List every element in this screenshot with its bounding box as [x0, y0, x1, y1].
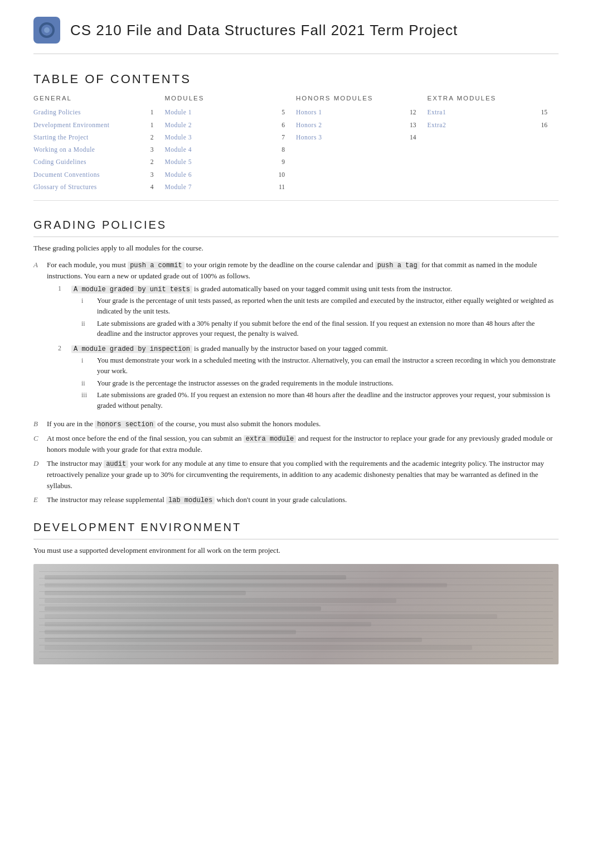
toc-link-mod1[interactable]: Module 1 [165, 108, 192, 117]
subsublist-item-2iii: iii Late submissions are graded 0%. If y… [81, 390, 559, 411]
toc-num-mod2: 6 [282, 120, 296, 130]
toc-grid: General Grading Policies 1 Development E… [33, 94, 559, 195]
sublist-A: 1 A module graded by unit tests is grade… [58, 283, 559, 413]
toc-item: Extra2 16 [428, 120, 559, 130]
content-D: The instructor may audit your work for a… [47, 458, 559, 491]
label-C: C [33, 433, 42, 455]
toc-num-extra2: 16 [541, 120, 559, 130]
text-E-1: The instructor may release supplemental [47, 495, 166, 504]
toc-item: Working on a Module 3 [33, 145, 165, 155]
text-A-2: to your origin remote by the deadline on… [186, 261, 375, 269]
toc-num-mod6: 10 [279, 170, 297, 180]
toc-link-docconv[interactable]: Document Conventions [33, 170, 100, 180]
toc-item: Module 3 7 [165, 133, 297, 142]
toc-link-extra1[interactable]: Extra1 [428, 108, 447, 117]
toc-link-mod2[interactable]: Module 2 [165, 120, 192, 130]
page-title: CS 210 File and Data Structures Fall 202… [70, 20, 458, 41]
subsublist-label-ii: ii [81, 319, 93, 340]
text-B-2: of the course, you must also submit the … [157, 419, 321, 428]
toc-link-hon1[interactable]: Honors 1 [296, 108, 322, 117]
devenv-line-4 [45, 599, 396, 603]
toc-link-starting[interactable]: Starting the Project [33, 133, 89, 142]
highlight-audit: audit [104, 460, 128, 468]
content-B: If you are in the honors section of the … [47, 418, 559, 430]
toc-link-devenv[interactable]: Development Environment [33, 120, 109, 130]
devenv-line-5 [45, 606, 321, 611]
grading-item-D: D The instructor may audit your work for… [33, 458, 559, 491]
toc-link-mod3[interactable]: Module 3 [165, 133, 192, 142]
text-A-1: For each module, you must [47, 261, 128, 269]
toc-link-hon2[interactable]: Honors 2 [296, 120, 322, 130]
sublist-item-2: 2 A module graded by inspection is grade… [58, 343, 559, 413]
toc-link-coding[interactable]: Coding Guidelines [33, 157, 86, 167]
subsublist-1: i Your grade is the percentage of unit t… [81, 296, 559, 339]
toc-link-mod7[interactable]: Module 7 [165, 182, 192, 192]
label-D: D [33, 458, 42, 491]
devenv-image [33, 564, 559, 664]
devenv-section: Development Environment You must use a s… [33, 519, 559, 664]
content-A: For each module, you must push a commit … [47, 259, 559, 415]
toc-item: Development Environment 1 [33, 120, 165, 130]
toc-link-glossary[interactable]: Glossary of Structures [33, 182, 97, 192]
devenv-line-3 [45, 591, 246, 595]
toc-link-extra2[interactable]: Extra2 [428, 120, 447, 130]
toc-item: Honors 2 13 [296, 120, 428, 130]
devenv-line-10 [45, 645, 472, 650]
text-B-1: If you are in the [47, 419, 95, 428]
toc-link-mod5[interactable]: Module 5 [165, 157, 192, 167]
devenv-line-6 [45, 614, 497, 619]
subsublist-content-i: Your grade is the percentage of unit tes… [97, 296, 559, 317]
toc-section: TABLE OF CONTENTS General Grading Polici… [33, 70, 559, 201]
grading-item-C: C At most once before the end of the fin… [33, 433, 559, 455]
toc-item: Starting the Project 2 [33, 133, 165, 142]
toc-col-head-modules: Modules [165, 94, 297, 103]
devenv-line-8 [45, 630, 296, 634]
subcontent-2: A module graded by inspection is graded … [71, 343, 559, 413]
subsublist-item-ii: ii Late submissions are graded with a 30… [81, 319, 559, 340]
grading-intro: These grading policies apply to all modu… [33, 243, 559, 254]
toc-col-head-extra: Extra Modules [428, 94, 559, 103]
grading-item-E: E The instructor may release supplementa… [33, 494, 559, 505]
subsublist-label-i: i [81, 296, 93, 317]
toc-num-coding: 2 [151, 157, 165, 167]
subsublist-item-i: i Your grade is the percentage of unit t… [81, 296, 559, 317]
toc-num-mod1: 5 [282, 108, 296, 117]
text-sub2: is graded manually by the instructor bas… [194, 344, 388, 353]
toc-item: Module 6 10 [165, 170, 297, 180]
toc-num-mod4: 8 [282, 145, 296, 155]
devenv-line-1 [45, 575, 346, 580]
content-E: The instructor may release supplemental … [47, 494, 559, 505]
toc-num-hon1: 12 [410, 108, 428, 117]
grading-section: Grading Policies These grading policies … [33, 216, 559, 505]
devenv-line-2 [45, 583, 447, 587]
toc-col-general: General Grading Policies 1 Development E… [33, 94, 165, 195]
toc-num-extra1: 15 [541, 108, 559, 117]
toc-link-mod6[interactable]: Module 6 [165, 170, 192, 180]
sublabel-2: 2 [58, 343, 67, 413]
toc-link-hon3[interactable]: Honors 3 [296, 133, 322, 142]
toc-num-hon2: 13 [410, 120, 428, 130]
toc-link-grading[interactable]: Grading Policies [33, 108, 81, 117]
subsublist-content-2iii: Late submissions are graded 0%. If you r… [97, 390, 559, 411]
subsublist-item-2i: i You must demonstrate your work in a sc… [81, 355, 559, 377]
text-C-1: At most once before the end of the final… [47, 434, 244, 442]
toc-col-head-honors: Honors Modules [296, 94, 428, 103]
toc-num-mod7: 11 [279, 182, 296, 192]
toc-item: Coding Guidelines 2 [33, 157, 165, 167]
grading-item-B: B If you are in the honors section of th… [33, 418, 559, 430]
toc-num-grading: 1 [151, 108, 165, 117]
toc-item: Extra1 15 [428, 108, 559, 117]
toc-item: Module 7 11 [165, 182, 297, 192]
toc-heading: TABLE OF CONTENTS [33, 70, 559, 88]
toc-link-working[interactable]: Working on a Module [33, 145, 95, 155]
highlight-unit-tests: A module graded by unit tests [71, 286, 192, 293]
devenv-intro: You must use a supported development env… [33, 545, 559, 556]
devenv-line-9 [45, 638, 422, 642]
grading-title: Grading Policies [33, 216, 559, 237]
header-icon [33, 17, 60, 44]
svg-point-2 [44, 27, 50, 33]
devenv-title: Development Environment [33, 519, 559, 539]
highlight-push-tag: push a tag [375, 262, 420, 269]
toc-link-mod4[interactable]: Module 4 [165, 145, 192, 155]
toc-num-hon3: 14 [410, 133, 428, 142]
